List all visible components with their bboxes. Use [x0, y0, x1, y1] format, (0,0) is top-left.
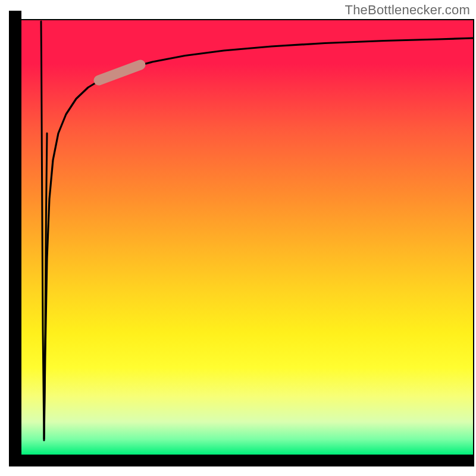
watermark-label: TheBottlenecker.com — [345, 2, 470, 18]
svg-rect-1 — [9, 455, 474, 466]
plot-gradient-background — [21, 20, 474, 455]
chart-root: TheBottlenecker.com — [0, 0, 476, 476]
svg-rect-0 — [9, 11, 21, 464]
